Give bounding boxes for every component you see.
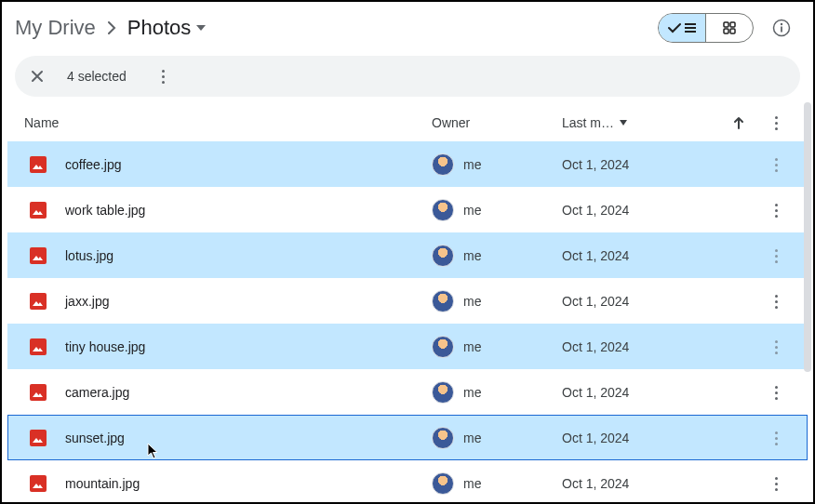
file-name: jaxx.jpg [65,294,432,309]
caret-down-icon [620,120,627,126]
table-body: coffee.jpgmeOct 1, 2024work table.jpgmeO… [7,141,808,500]
breadcrumb-root[interactable]: My Drive [15,16,96,40]
svg-point-5 [781,23,782,25]
row-more-button[interactable] [757,431,795,445]
modified-cell: Oct 1, 2024 [562,294,720,309]
image-file-icon [30,338,47,355]
image-file-icon [30,202,47,219]
chevron-right-icon [105,21,118,34]
image-file-icon [30,293,47,310]
avatar [432,336,454,358]
list-view-button[interactable] [659,14,705,42]
col-modified-label: Last m… [562,115,614,130]
avatar [432,427,454,449]
selection-count: 4 selected [67,69,127,84]
sort-direction[interactable] [720,116,757,129]
clear-selection-button[interactable] [22,61,52,91]
modified-cell: Oct 1, 2024 [562,339,720,354]
info-icon [772,19,791,37]
table-row[interactable]: tiny house.jpgmeOct 1, 2024 [7,324,808,369]
modified-cell: Oct 1, 2024 [562,385,720,400]
table-row[interactable]: coffee.jpgmeOct 1, 2024 [7,141,808,187]
svg-rect-1 [730,22,735,27]
owner-label: me [463,157,481,172]
file-name: mountain.jpg [65,476,432,491]
col-modified[interactable]: Last m… [562,115,720,130]
table-header: Name Owner Last m… [7,104,808,141]
owner-label: me [463,248,481,263]
avatar [432,153,454,176]
scrollbar[interactable] [804,102,811,372]
owner-cell: me [432,199,562,221]
row-more-button[interactable] [757,295,795,309]
breadcrumb-current-label: Photos [127,16,192,40]
owner-label: me [463,431,481,445]
file-name: tiny house.jpg [65,339,432,354]
breadcrumb-current[interactable]: Photos [127,16,207,40]
col-owner[interactable]: Owner [432,115,562,130]
check-icon [668,22,681,33]
col-name[interactable]: Name [20,115,432,130]
owner-label: me [463,339,481,354]
svg-rect-3 [730,29,735,33]
image-file-icon [30,156,47,173]
col-menu[interactable] [757,116,795,130]
avatar [432,199,454,221]
avatar [432,472,454,495]
close-icon [31,70,44,83]
modified-cell: Oct 1, 2024 [562,248,720,263]
row-more-button[interactable] [757,340,795,354]
more-vert-icon [775,431,778,445]
owner-label: me [463,476,481,491]
breadcrumb: My Drive Photos [15,16,206,40]
image-file-icon [30,430,47,446]
file-name: camera.jpg [65,385,432,400]
owner-cell: me [432,336,562,358]
view-toggle [658,13,754,43]
more-vert-icon [775,477,778,491]
row-more-button[interactable] [757,158,795,172]
file-name: sunset.jpg [65,431,432,445]
modified-cell: Oct 1, 2024 [562,476,720,491]
avatar [432,245,454,267]
modified-cell: Oct 1, 2024 [562,157,720,172]
info-button[interactable] [767,13,796,43]
row-more-button[interactable] [757,477,795,491]
list-icon [684,22,697,33]
top-right-controls [658,13,796,43]
selection-more-button[interactable] [149,61,179,91]
arrow-up-icon [733,116,744,129]
more-vert-icon [775,249,778,263]
table-row[interactable]: work table.jpgmeOct 1, 2024 [7,187,808,232]
file-name: work table.jpg [65,203,432,218]
file-name: coffee.jpg [65,157,432,172]
grid-view-button[interactable] [706,14,753,42]
svg-rect-6 [781,27,782,33]
modified-cell: Oct 1, 2024 [562,431,720,445]
table-row[interactable]: jaxx.jpgmeOct 1, 2024 [7,278,808,324]
owner-cell: me [432,245,562,267]
avatar [432,381,454,404]
more-vert-icon [775,295,778,309]
owner-label: me [463,294,481,309]
more-vert-icon [775,204,778,218]
file-table: Name Owner Last m… coffee.jpgmeOct 1, 20… [7,104,808,500]
file-name: lotus.jpg [65,248,432,263]
owner-label: me [463,385,481,400]
caret-down-icon [196,25,206,31]
svg-rect-2 [724,29,728,33]
table-row[interactable]: mountain.jpgmeOct 1, 2024 [7,460,808,500]
row-more-button[interactable] [757,386,795,400]
row-more-button[interactable] [757,204,795,218]
owner-cell: me [432,472,562,495]
image-file-icon [30,384,47,401]
more-vert-icon [775,116,778,130]
table-row[interactable]: lotus.jpgmeOct 1, 2024 [7,232,808,278]
row-more-button[interactable] [757,249,795,263]
owner-cell: me [432,290,562,312]
table-row[interactable]: camera.jpgmeOct 1, 2024 [7,369,808,415]
owner-label: me [463,203,481,218]
owner-cell: me [432,153,562,176]
table-row[interactable]: sunset.jpgmeOct 1, 2024 [7,415,808,460]
more-vert-icon [775,158,778,172]
